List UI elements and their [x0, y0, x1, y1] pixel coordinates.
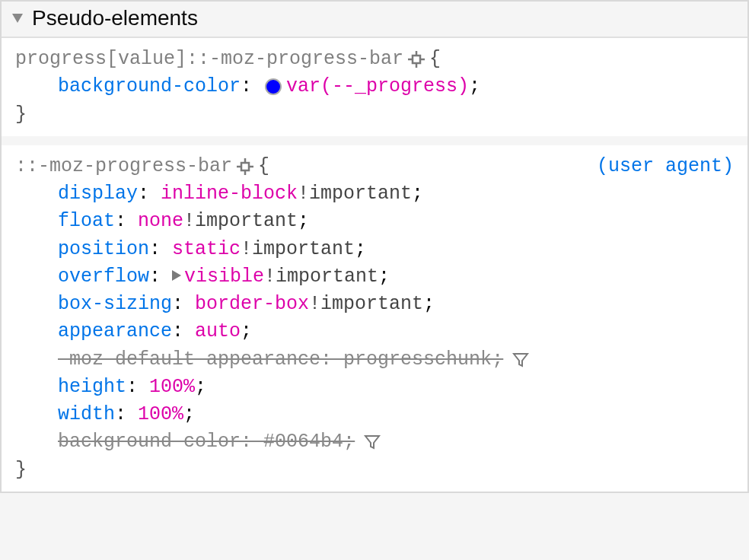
svg-rect-6	[241, 163, 249, 170]
selector-line[interactable]: progress[value]::-moz-progress-bar {	[15, 46, 734, 73]
css-value[interactable]: inline-block	[161, 180, 298, 208]
svg-marker-11	[172, 270, 181, 281]
css-property[interactable]: position	[58, 236, 149, 263]
css-declaration[interactable]: height: 100%;	[15, 374, 734, 401]
svg-rect-1	[413, 56, 420, 63]
css-value[interactable]: 100%	[149, 374, 195, 401]
css-declaration-overridden[interactable]: background-color: #0064b4;	[15, 428, 734, 456]
important-flag: !important	[298, 180, 412, 208]
css-declaration[interactable]: box-sizing: border-box !important;	[15, 291, 734, 318]
important-flag: !important	[183, 208, 298, 235]
css-property[interactable]: display	[58, 180, 138, 208]
css-property[interactable]: overflow	[58, 263, 149, 291]
css-declaration[interactable]: background-color: var(--_progress);	[15, 73, 734, 100]
css-value[interactable]: visible	[184, 263, 264, 291]
important-flag: !important	[241, 236, 355, 263]
css-property[interactable]: width	[58, 401, 115, 428]
close-brace: }	[15, 101, 734, 129]
css-rule: progress[value]::-moz-progress-bar { bac…	[2, 38, 747, 136]
css-value[interactable]: border-box	[195, 291, 309, 318]
semicolon: ;	[469, 73, 480, 100]
stylesheet-source[interactable]: (user agent)	[597, 153, 734, 180]
css-value[interactable]: var(--_progress)	[286, 73, 469, 100]
filter-icon[interactable]	[512, 352, 529, 368]
selector-line[interactable]: ::-moz-progress-bar { (user agent)	[15, 153, 734, 180]
css-declaration-overridden[interactable]: -moz-default-appearance: progresschunk;	[15, 346, 734, 374]
css-property[interactable]: background-color	[58, 73, 241, 100]
selector[interactable]: progress[value]::-moz-progress-bar	[15, 46, 403, 73]
section-title: Pseudo-elements	[32, 6, 198, 30]
css-property[interactable]: float	[58, 208, 115, 235]
select-element-icon[interactable]	[408, 51, 425, 68]
css-property[interactable]: background-color	[58, 431, 241, 453]
css-value[interactable]: 100%	[138, 401, 183, 428]
svg-marker-0	[12, 14, 23, 23]
css-declaration[interactable]: overflow: visible !important;	[15, 263, 734, 291]
open-brace: {	[258, 153, 269, 180]
important-flag: !important	[264, 263, 378, 291]
css-property[interactable]: -moz-default-appearance	[58, 348, 320, 371]
css-declaration[interactable]: display: inline-block !important;	[15, 180, 734, 208]
expand-triangle-icon[interactable]	[12, 14, 23, 23]
pseudo-elements-header[interactable]: Pseudo-elements	[2, 2, 747, 38]
expand-shorthand-icon[interactable]	[172, 267, 181, 287]
close-brace: }	[15, 457, 734, 484]
css-declaration[interactable]: float: none !important;	[15, 208, 734, 235]
select-element-icon[interactable]	[237, 158, 253, 175]
css-value[interactable]: none	[138, 208, 183, 235]
css-value[interactable]: #0064b4	[263, 431, 343, 453]
css-declaration[interactable]: appearance: auto;	[15, 318, 734, 345]
css-value[interactable]: auto	[195, 318, 241, 345]
css-declaration[interactable]: position: static !important;	[15, 236, 734, 263]
css-rule: ::-moz-progress-bar { (user agent) displ…	[2, 145, 747, 492]
css-property[interactable]: height	[58, 374, 126, 401]
svg-marker-12	[514, 354, 527, 366]
css-value[interactable]: static	[172, 236, 241, 263]
rule-separator	[2, 136, 747, 145]
css-value[interactable]: progresschunk	[343, 348, 492, 371]
selector[interactable]: ::-moz-progress-bar	[15, 153, 232, 180]
color-swatch-icon[interactable]	[265, 78, 282, 95]
css-declaration[interactable]: width: 100%;	[15, 401, 734, 428]
open-brace: {	[429, 46, 441, 73]
important-flag: !important	[309, 291, 423, 318]
colon: :	[241, 73, 263, 100]
css-property[interactable]: box-sizing	[58, 291, 172, 318]
styles-panel: Pseudo-elements progress[value]::-moz-pr…	[0, 0, 749, 493]
css-property[interactable]: appearance	[58, 318, 172, 345]
filter-icon[interactable]	[364, 434, 381, 450]
svg-marker-13	[365, 436, 379, 448]
